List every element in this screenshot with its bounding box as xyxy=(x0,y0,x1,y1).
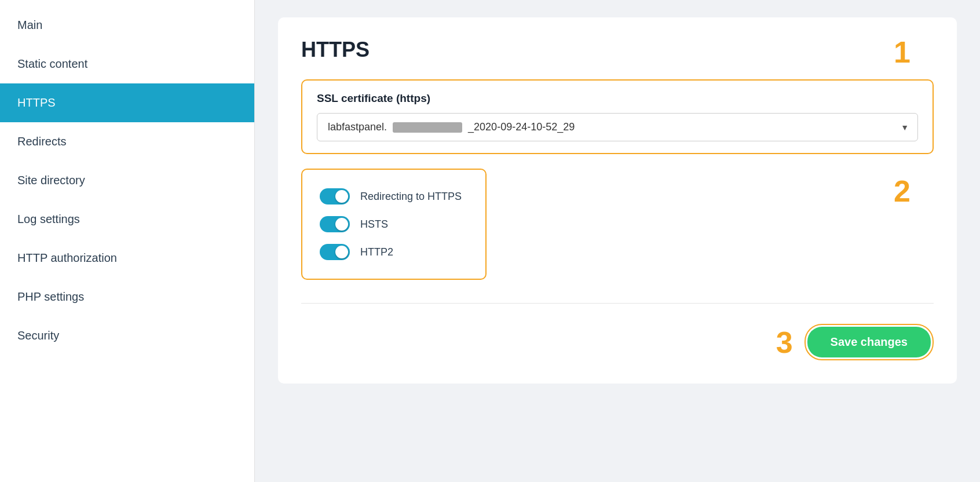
toggles-section: Redirecting to HTTPS HSTS HTTP2 xyxy=(301,169,487,280)
ssl-certificate-label: SSL certificate (https) xyxy=(317,92,918,105)
main-content: HTTPS 1 SSL certificate (https) labfastp… xyxy=(255,0,980,482)
sidebar: Main Static content HTTPS Redirects Site… xyxy=(0,0,255,482)
toggle-row-http2: HTTP2 xyxy=(320,238,468,266)
sidebar-item-http-authorization[interactable]: HTTP authorization xyxy=(0,239,254,277)
save-button-wrapper: Save changes xyxy=(805,324,934,360)
sidebar-item-static-content[interactable]: Static content xyxy=(0,45,254,83)
save-changes-button[interactable]: Save changes xyxy=(807,327,931,357)
sidebar-item-security[interactable]: Security xyxy=(0,316,254,355)
ssl-select-value: labfastpanel. _2020-09-24-10-52_29 xyxy=(328,121,891,133)
chevron-down-icon: ▼ xyxy=(901,123,909,132)
toggle-row-hsts: HSTS xyxy=(320,210,468,238)
toggle-row-redirect-https: Redirecting to HTTPS xyxy=(320,182,468,210)
step-1-annotation: 1 xyxy=(894,35,910,70)
toggle-hsts[interactable] xyxy=(320,216,350,232)
toggle-http2[interactable] xyxy=(320,244,350,260)
sidebar-item-php-settings[interactable]: PHP settings xyxy=(0,277,254,316)
page-title: HTTPS xyxy=(301,38,934,62)
footer-row: 3 Save changes xyxy=(301,318,934,360)
step-2-annotation: 2 xyxy=(894,174,910,209)
sidebar-item-https[interactable]: HTTPS xyxy=(0,83,254,122)
toggle-hsts-label: HSTS xyxy=(360,218,388,231)
section-divider xyxy=(301,303,934,304)
ssl-redacted xyxy=(393,122,462,133)
step-3-annotation: 3 xyxy=(776,325,793,360)
content-card: HTTPS 1 SSL certificate (https) labfastp… xyxy=(278,17,957,384)
toggle-http2-label: HTTP2 xyxy=(360,246,393,258)
toggle-redirect-https[interactable] xyxy=(320,188,350,205)
ssl-suffix: _2020-09-24-10-52_29 xyxy=(468,121,575,133)
sidebar-item-main[interactable]: Main xyxy=(0,6,254,45)
ssl-certificate-select[interactable]: labfastpanel. _2020-09-24-10-52_29 ▼ xyxy=(317,113,918,141)
ssl-prefix: labfastpanel. xyxy=(328,121,387,133)
sidebar-item-site-directory[interactable]: Site directory xyxy=(0,161,254,200)
ssl-certificate-section: SSL certificate (https) labfastpanel. _2… xyxy=(301,79,934,154)
sidebar-item-redirects[interactable]: Redirects xyxy=(0,122,254,161)
toggle-redirect-https-label: Redirecting to HTTPS xyxy=(360,191,462,203)
sidebar-item-log-settings[interactable]: Log settings xyxy=(0,200,254,239)
